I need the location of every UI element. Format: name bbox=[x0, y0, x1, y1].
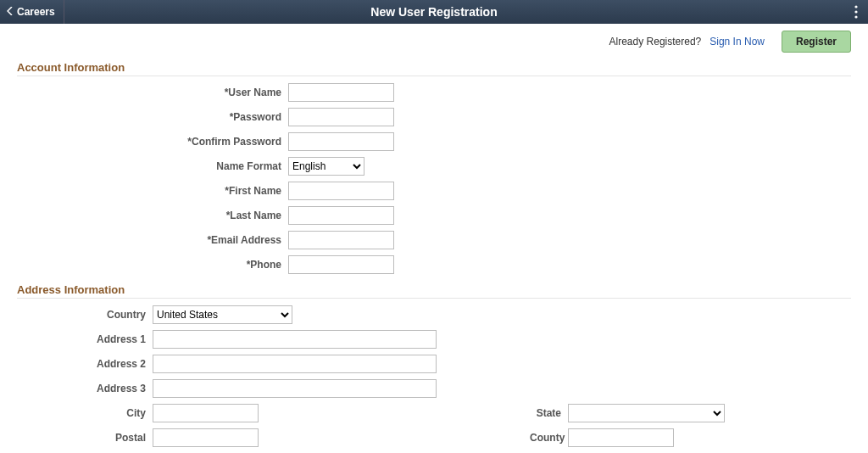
username-label: *User Name bbox=[17, 87, 288, 98]
country-select[interactable]: United States bbox=[153, 305, 292, 324]
password-input[interactable] bbox=[288, 108, 394, 126]
country-label: Country bbox=[17, 309, 153, 321]
postal-input[interactable] bbox=[153, 428, 259, 447]
county-label: County bbox=[530, 432, 568, 444]
svg-point-2 bbox=[854, 15, 857, 18]
email-input[interactable] bbox=[288, 231, 394, 249]
page-header: Careers New User Registration bbox=[0, 0, 868, 24]
svg-point-0 bbox=[854, 5, 857, 8]
first-name-input[interactable] bbox=[288, 182, 394, 200]
city-label: City bbox=[17, 407, 153, 419]
email-label: *Email Address bbox=[17, 234, 288, 246]
address1-label: Address 1 bbox=[17, 333, 153, 345]
state-select[interactable] bbox=[568, 404, 725, 422]
password-label: *Password bbox=[17, 111, 288, 123]
phone-label: *Phone bbox=[17, 259, 288, 271]
city-input[interactable] bbox=[153, 404, 259, 422]
back-button[interactable]: Careers bbox=[7, 0, 64, 24]
username-input[interactable] bbox=[288, 83, 394, 102]
address2-label: Address 2 bbox=[17, 358, 153, 370]
content-area: Account Information *User Name *Password… bbox=[0, 58, 868, 453]
vertical-dots-icon bbox=[854, 5, 858, 19]
address3-label: Address 3 bbox=[17, 383, 153, 394]
first-name-label: *First Name bbox=[17, 185, 288, 197]
last-name-label: *Last Name bbox=[17, 210, 288, 221]
account-form: *User Name *Password *Confirm Password N… bbox=[17, 83, 851, 274]
address-form: Country United States Address 1 Address … bbox=[17, 305, 851, 447]
section-title-address: Address Information bbox=[17, 280, 851, 299]
phone-input[interactable] bbox=[288, 255, 394, 274]
name-format-select[interactable]: English bbox=[288, 157, 364, 176]
postal-label: Postal bbox=[17, 432, 153, 444]
section-title-account: Account Information bbox=[17, 58, 851, 76]
county-input[interactable] bbox=[568, 428, 674, 447]
confirm-password-label: *Confirm Password bbox=[17, 136, 288, 148]
confirm-password-input[interactable] bbox=[288, 132, 394, 151]
already-registered-label: Already Registered? bbox=[609, 36, 702, 48]
register-button[interactable]: Register bbox=[782, 31, 851, 53]
top-action-bar: Already Registered? Sign In Now Register bbox=[0, 24, 868, 58]
address2-input[interactable] bbox=[153, 355, 437, 373]
name-format-label: Name Format bbox=[17, 160, 288, 172]
last-name-input[interactable] bbox=[288, 206, 394, 225]
svg-point-1 bbox=[854, 10, 857, 13]
actions-menu-button[interactable] bbox=[851, 3, 861, 20]
page-title: New User Registration bbox=[370, 5, 497, 19]
address1-input[interactable] bbox=[153, 330, 437, 349]
back-label: Careers bbox=[17, 6, 55, 18]
state-label: State bbox=[530, 407, 568, 419]
chevron-left-icon bbox=[7, 6, 14, 18]
address3-input[interactable] bbox=[153, 379, 437, 398]
sign-in-link[interactable]: Sign In Now bbox=[709, 36, 765, 48]
